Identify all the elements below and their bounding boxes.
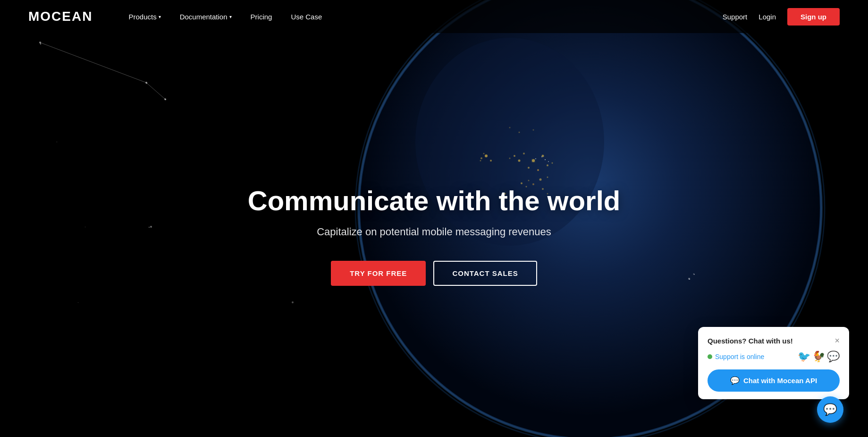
logo[interactable]: MOCEAN xyxy=(28,9,93,24)
nav-products-label: Products xyxy=(128,13,156,21)
nav-pricing-label: Pricing xyxy=(251,13,272,21)
nav-login-link[interactable]: Login xyxy=(758,13,776,21)
chat-fab-icon: 💬 xyxy=(823,403,837,416)
chat-status-row: Support is online 🐦 🐓 💬 xyxy=(708,351,840,363)
nav-item-products[interactable]: Products ▾ xyxy=(121,9,168,25)
contact-sales-button[interactable]: CONTACT SALES xyxy=(433,261,537,286)
status-online-dot xyxy=(708,354,712,359)
navigation: MOCEAN Products ▾ Documentation ▾ Pricin… xyxy=(0,0,868,33)
nav-signup-button[interactable]: Sign up xyxy=(787,8,840,26)
chat-status: Support is online xyxy=(708,353,764,360)
avatar-3: 💬 xyxy=(827,351,840,363)
nav-item-pricing[interactable]: Pricing xyxy=(243,9,280,25)
chevron-down-icon: ▾ xyxy=(159,14,161,19)
chevron-down-icon-2: ▾ xyxy=(229,14,232,19)
nav-item-documentation[interactable]: Documentation ▾ xyxy=(172,9,239,25)
hero-title: Communicate with the world xyxy=(248,185,621,216)
support-online-label: Support is online xyxy=(715,353,764,360)
close-icon[interactable]: × xyxy=(834,336,840,345)
nav-documentation-label: Documentation xyxy=(180,13,228,21)
chat-fab-button[interactable]: 💬 xyxy=(817,396,843,423)
chat-widget: Questions? Chat with us! × Support is on… xyxy=(698,327,849,399)
chat-bubble-icon: 💬 xyxy=(730,376,740,385)
nav-item-usecase[interactable]: Use Case xyxy=(283,9,329,25)
chat-button-label: Chat with Mocean API xyxy=(743,377,817,385)
nav-links: Products ▾ Documentation ▾ Pricing Use C… xyxy=(121,9,722,25)
hero-subtitle: Capitalize on potential mobile messaging… xyxy=(317,226,551,238)
nav-right: Support Login Sign up xyxy=(723,8,840,26)
avatar-1: 🐦 xyxy=(798,351,810,363)
chat-with-api-button[interactable]: 💬 Chat with Mocean API xyxy=(708,369,840,392)
nav-support-link[interactable]: Support xyxy=(723,13,748,21)
hero-buttons: TRY FOR FREE CONTACT SALES xyxy=(331,261,537,286)
chat-widget-header: Questions? Chat with us! × xyxy=(708,336,840,345)
nav-usecase-label: Use Case xyxy=(291,13,322,21)
chat-avatars: 🐦 🐓 💬 xyxy=(798,351,840,363)
chat-widget-title: Questions? Chat with us! xyxy=(708,337,793,345)
try-for-free-button[interactable]: TRY FOR FREE xyxy=(331,261,426,286)
avatar-2: 🐓 xyxy=(812,351,825,363)
